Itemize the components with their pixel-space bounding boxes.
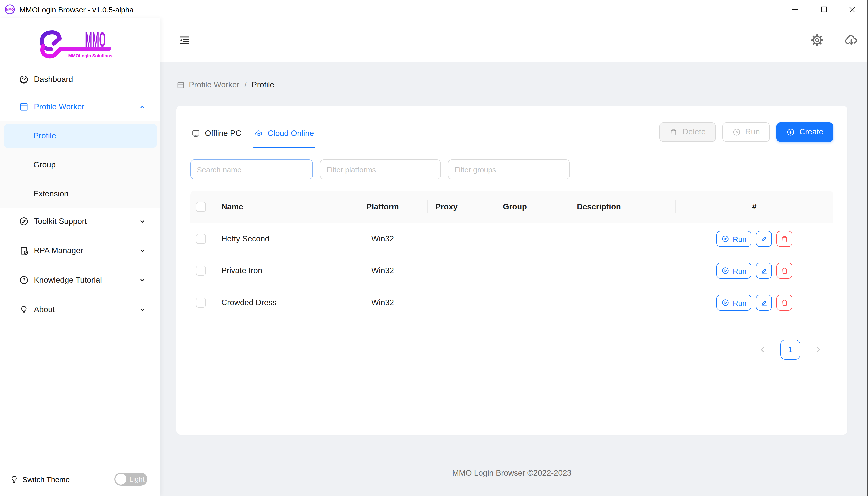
column-header-platform: Platform bbox=[338, 191, 428, 223]
row-checkbox[interactable] bbox=[196, 298, 206, 308]
profile-worker-icon bbox=[177, 81, 185, 89]
sidebar-item-label: Group bbox=[33, 160, 56, 169]
sidebar-item-about[interactable]: About bbox=[0, 298, 161, 322]
sidebar-item-profile-worker[interactable]: Profile Worker bbox=[0, 95, 161, 119]
maximize-button[interactable] bbox=[809, 0, 838, 18]
profiles-table: Name Platform Proxy Group Description # bbox=[191, 191, 834, 319]
sidebar-item-label: Toolkit Support bbox=[34, 217, 138, 226]
run-button[interactable]: Run bbox=[722, 122, 770, 142]
row-delete-button[interactable] bbox=[777, 263, 793, 279]
breadcrumb-separator: / bbox=[244, 80, 247, 89]
row-edit-button[interactable] bbox=[756, 231, 772, 247]
toggle-knob bbox=[116, 474, 126, 484]
play-circle-icon bbox=[721, 299, 729, 307]
cell-proxy bbox=[428, 223, 495, 255]
brand-logo: MMO MMOLogin Solutions bbox=[0, 18, 161, 67]
sidebar-item-toolkit-support[interactable]: Toolkit Support bbox=[0, 209, 161, 233]
column-header-description: Description bbox=[569, 191, 675, 223]
monitor-icon bbox=[192, 129, 200, 138]
trash-icon bbox=[670, 128, 678, 136]
button-label: Create bbox=[799, 127, 823, 136]
cell-proxy bbox=[428, 287, 495, 319]
cell-description bbox=[569, 255, 675, 287]
cell-platform: Win32 bbox=[338, 223, 428, 255]
cell-description bbox=[569, 223, 675, 255]
row-run-button[interactable]: Run bbox=[717, 295, 751, 311]
row-edit-button[interactable] bbox=[756, 295, 772, 311]
filter-groups-input[interactable] bbox=[448, 159, 570, 179]
breadcrumb-parent[interactable]: Profile Worker bbox=[189, 80, 239, 89]
cell-group bbox=[495, 255, 569, 287]
file-done-icon bbox=[19, 246, 29, 256]
bulb-icon bbox=[10, 474, 19, 484]
page-number-1[interactable]: 1 bbox=[780, 339, 800, 359]
row-run-button[interactable]: Run bbox=[717, 263, 751, 279]
main-area: Profile Worker / Profile Offline P bbox=[161, 18, 868, 496]
footer-text: MMO Login Browser ©2022-2023 bbox=[177, 468, 848, 478]
cell-proxy bbox=[428, 255, 495, 287]
sidebar-item-knowledge-tutorial[interactable]: Knowledge Tutorial bbox=[0, 268, 161, 292]
profile-worker-icon bbox=[19, 102, 29, 112]
delete-button[interactable]: Delete bbox=[660, 122, 716, 142]
theme-toggle[interactable]: Light bbox=[115, 472, 148, 485]
tabs: Offline PC Cloud Online bbox=[191, 119, 315, 148]
edit-pencil-icon bbox=[760, 298, 768, 307]
plus-circle-icon bbox=[787, 128, 795, 136]
cloud-server-icon bbox=[254, 129, 263, 138]
menu-fold-icon[interactable] bbox=[179, 34, 191, 46]
trash-icon bbox=[780, 298, 789, 307]
breadcrumb-current: Profile bbox=[252, 80, 274, 89]
tab-cloud-online[interactable]: Cloud Online bbox=[253, 119, 315, 148]
profile-worker-submenu: Profile Group Extension bbox=[0, 121, 161, 208]
sidebar-item-label: Knowledge Tutorial bbox=[34, 276, 138, 285]
play-circle-icon bbox=[721, 235, 729, 243]
sidebar-item-rpa-manager[interactable]: RPA Manager bbox=[0, 239, 161, 263]
cell-platform: Win32 bbox=[338, 287, 428, 319]
switch-theme-label: Switch Theme bbox=[23, 475, 70, 483]
settings-gear-icon[interactable] bbox=[810, 33, 824, 47]
close-button[interactable] bbox=[838, 0, 867, 18]
sidebar-item-label: Profile Worker bbox=[34, 103, 138, 111]
table-header-row: Name Platform Proxy Group Description # bbox=[191, 191, 834, 223]
card-header: Offline PC Cloud Online bbox=[191, 106, 834, 148]
row-delete-button[interactable] bbox=[777, 295, 793, 311]
table-row: Private Iron Win32 bbox=[191, 255, 834, 287]
svg-text:MMO: MMO bbox=[6, 8, 14, 12]
cell-name: Crowded Dress bbox=[215, 287, 338, 319]
dashboard-icon bbox=[19, 74, 29, 84]
sidebar-item-group[interactable]: Group bbox=[4, 153, 157, 177]
filter-platforms-input[interactable] bbox=[320, 159, 441, 179]
sidebar-item-extension[interactable]: Extension bbox=[4, 182, 157, 206]
app-logo-icon: MMO bbox=[5, 4, 15, 15]
toolbar: Delete Run bbox=[660, 119, 834, 148]
profile-card: Offline PC Cloud Online bbox=[177, 106, 848, 435]
sidebar-item-label: About bbox=[34, 305, 138, 314]
minimize-button[interactable] bbox=[781, 0, 809, 18]
logo-subtext: MMOLogin Solutions bbox=[69, 53, 113, 58]
next-page-icon[interactable] bbox=[814, 345, 823, 354]
tab-offline-pc[interactable]: Offline PC bbox=[191, 119, 242, 148]
prev-page-icon[interactable] bbox=[758, 345, 767, 354]
create-button[interactable]: Create bbox=[777, 122, 834, 142]
row-checkbox[interactable] bbox=[196, 266, 206, 276]
play-circle-icon bbox=[732, 128, 741, 136]
cell-name: Private Iron bbox=[215, 255, 338, 287]
search-name-input[interactable] bbox=[191, 159, 313, 179]
window-controls bbox=[781, 0, 867, 18]
row-run-button[interactable]: Run bbox=[717, 231, 751, 247]
column-header-group: Group bbox=[495, 191, 569, 223]
sidebar-item-profile[interactable]: Profile bbox=[4, 124, 157, 148]
row-checkbox[interactable] bbox=[196, 234, 206, 244]
sidebar-item-dashboard[interactable]: Dashboard bbox=[0, 67, 161, 91]
cell-group bbox=[495, 223, 569, 255]
button-label: Run bbox=[733, 266, 747, 275]
trash-icon bbox=[780, 266, 789, 275]
pagination: 1 bbox=[191, 339, 834, 359]
cloud-download-icon[interactable] bbox=[844, 33, 858, 47]
select-all-checkbox[interactable] bbox=[196, 202, 206, 212]
row-delete-button[interactable] bbox=[777, 231, 793, 247]
filter-bar bbox=[191, 159, 834, 179]
trash-icon bbox=[780, 234, 789, 243]
window-title: MMOLogin Browser - v1.0.5-alpha bbox=[19, 5, 134, 14]
row-edit-button[interactable] bbox=[756, 263, 772, 279]
